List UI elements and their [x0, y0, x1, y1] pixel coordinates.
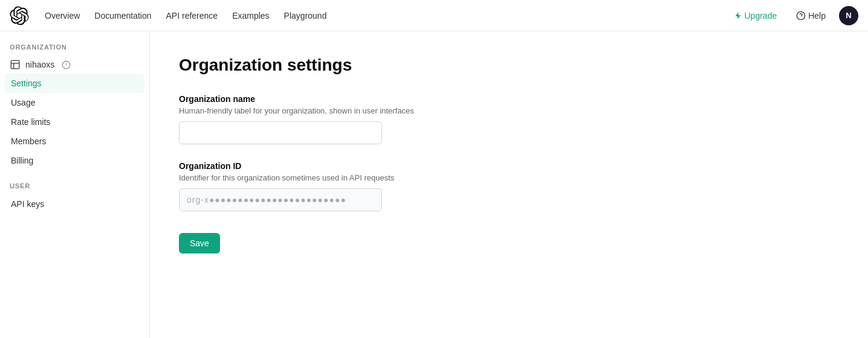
main-layout: ORGANIZATION nihaoxs Settings Usage Rate… [0, 31, 868, 338]
save-button[interactable]: Save [179, 233, 220, 253]
sidebar-item-billing[interactable]: Billing [5, 151, 144, 170]
topnav: Overview Documentation API reference Exa… [0, 0, 868, 31]
org-name-section: Organization name Human-friendly label f… [179, 94, 839, 144]
nav-link-playground[interactable]: Playground [278, 7, 333, 24]
sidebar: ORGANIZATION nihaoxs Settings Usage Rate… [0, 31, 150, 338]
svg-rect-2 [11, 60, 19, 69]
user-section-label: USER [0, 182, 149, 194]
org-id-description: Identifier for this organization sometim… [179, 173, 839, 182]
info-icon[interactable] [62, 60, 71, 69]
org-section-label: ORGANIZATION [0, 43, 149, 56]
nav-link-overview[interactable]: Overview [39, 7, 86, 24]
lightning-icon [734, 11, 742, 20]
sidebar-item-rate-limits[interactable]: Rate limits [5, 112, 144, 132]
org-id-label: Organization ID [179, 161, 839, 171]
org-name-text: nihaoxs [25, 60, 54, 69]
building-icon [10, 59, 21, 70]
logo[interactable] [10, 6, 29, 25]
org-name-description: Human-friendly label for your organizati… [179, 106, 839, 115]
org-id-input[interactable] [179, 188, 382, 211]
sidebar-item-usage[interactable]: Usage [5, 93, 144, 112]
nav-link-documentation[interactable]: Documentation [88, 7, 157, 24]
org-id-section: Organization ID Identifier for this orga… [179, 161, 839, 211]
sidebar-item-members[interactable]: Members [5, 132, 144, 151]
user-avatar[interactable]: N [839, 6, 858, 25]
topnav-right: Upgrade Help N [728, 6, 859, 25]
org-name-row[interactable]: nihaoxs [0, 56, 149, 74]
nav-links: Overview Documentation API reference Exa… [39, 7, 728, 24]
org-name-label: Organization name [179, 94, 839, 104]
nav-link-api-reference[interactable]: API reference [160, 7, 224, 24]
org-name-input[interactable] [179, 121, 382, 144]
help-label: Help [808, 11, 826, 21]
help-circle-icon [796, 11, 806, 21]
upgrade-label: Upgrade [745, 11, 777, 21]
help-button[interactable]: Help [790, 7, 832, 24]
upgrade-button[interactable]: Upgrade [728, 7, 783, 24]
page-title: Organization settings [179, 56, 839, 75]
main-content: Organization settings Organization name … [150, 31, 868, 338]
sidebar-item-api-keys[interactable]: API keys [5, 194, 144, 214]
nav-link-examples[interactable]: Examples [226, 7, 275, 24]
sidebar-item-settings[interactable]: Settings [5, 74, 144, 93]
